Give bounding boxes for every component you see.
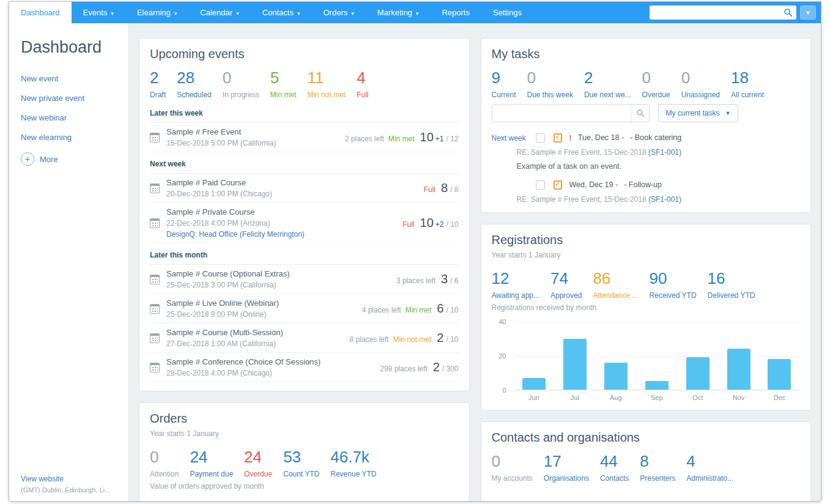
chart-bar-column xyxy=(759,322,800,390)
sidebar-more-button[interactable]: + More xyxy=(21,152,128,166)
chart-x-labels: JunJulAugSepOctNovDec xyxy=(514,394,801,401)
stat-label[interactable]: Scheduled xyxy=(177,91,212,99)
event-row[interactable]: Sample # Live Online (Webinar) 25-Dec-20… xyxy=(150,294,459,324)
search-options-button[interactable]: ▼ xyxy=(800,6,816,20)
sidebar-more-label: More xyxy=(40,155,58,164)
event-registration-summary: Full 8 / 8 xyxy=(413,181,459,195)
event-capacity: / 10 xyxy=(446,306,458,314)
event-title[interactable]: Sample # Course (Multi-Session) xyxy=(166,328,283,337)
task-row[interactable]: Next week ! Tue, Dec 18 - - Book caterin… xyxy=(492,126,801,143)
stat-label[interactable]: Administrato... xyxy=(686,474,733,483)
global-search-input[interactable] xyxy=(650,6,796,20)
nav-tab-orders[interactable]: Orders▾ xyxy=(312,2,366,23)
nav-search-area: ▼ xyxy=(650,2,821,23)
stat-label[interactable]: Overdue xyxy=(244,470,272,478)
event-row[interactable]: Sample # Conference (Choice Of Sessions)… xyxy=(150,353,459,382)
nav-tab-dashboard[interactable]: Dashboard xyxy=(9,2,72,23)
stat-value: 0 xyxy=(150,448,179,466)
event-status: Min not met xyxy=(393,335,432,344)
stat-label[interactable]: My accounts xyxy=(492,474,533,483)
stat-label[interactable]: In progress xyxy=(223,91,259,99)
task-title[interactable]: - Follow-up xyxy=(624,180,662,189)
stat-label[interactable]: Full xyxy=(357,91,368,99)
task-note: Example of a task on an event. xyxy=(517,162,801,171)
event-title[interactable]: Sample # Paid Course xyxy=(166,178,272,187)
plus-circle-icon: + xyxy=(21,152,34,166)
stat-label[interactable]: Organisations xyxy=(544,474,589,483)
calendar-icon xyxy=(150,304,160,314)
stat-due-this-week: 0Due this week xyxy=(527,69,573,99)
nav-tab-reports[interactable]: Reports xyxy=(430,2,481,23)
stat-label[interactable]: Approved xyxy=(550,291,582,300)
task-reference-link[interactable]: (SF1-001) xyxy=(648,148,681,157)
event-title[interactable]: Sample # Private Course xyxy=(166,207,305,217)
stat-revenue-ytd: 46.7kRevenue YTD xyxy=(330,448,376,478)
stat-label[interactable]: Awaiting app... xyxy=(492,291,540,300)
event-status: Min met xyxy=(388,135,415,143)
stat-label[interactable]: Due this week xyxy=(527,91,573,99)
task-filter-label: My current tasks xyxy=(666,109,720,117)
event-title[interactable]: Sample # Live Online (Webinar) xyxy=(166,298,279,308)
stat-label[interactable]: Attention xyxy=(150,470,179,478)
stat-label[interactable]: Min met xyxy=(270,91,297,99)
stat-label[interactable]: Delivered YTD xyxy=(708,291,755,300)
search-icon[interactable] xyxy=(784,8,793,17)
event-capacity: / 10 xyxy=(446,220,458,229)
input-divider xyxy=(631,105,631,122)
task-title[interactable]: - Book catering xyxy=(630,133,681,142)
sidebar-item-new-elearning[interactable]: New elearning xyxy=(21,133,128,142)
view-website-link[interactable]: View website xyxy=(21,475,124,483)
stat-label[interactable]: Min not met xyxy=(307,91,346,99)
sidebar-item-new-webinar[interactable]: New webinar xyxy=(21,113,128,122)
nav-tab-contacts[interactable]: Contacts▾ xyxy=(251,2,312,23)
event-row[interactable]: Sample # Course (Optional Extras) 25-Dec… xyxy=(150,265,459,294)
event-row[interactable]: Sample # Paid Course 20-Dec-2018 1:00 PM… xyxy=(150,174,459,203)
stat-label[interactable]: Unassigned xyxy=(681,91,720,99)
event-registration-count: 3 xyxy=(441,272,448,286)
chart-x-tick: Jul xyxy=(554,394,595,401)
stat-label[interactable]: Revenue YTD xyxy=(330,470,376,478)
stat-label[interactable]: Draft xyxy=(150,91,166,99)
event-venue-link[interactable]: DesignQ: Head Office (Felicity Merringto… xyxy=(166,230,305,239)
stat-label[interactable]: Contacts xyxy=(600,474,629,483)
chevron-down-icon: ▾ xyxy=(416,10,419,17)
event-title[interactable]: Sample # Course (Optional Extras) xyxy=(166,269,290,278)
sidebar-item-new-event[interactable]: New event xyxy=(21,74,128,83)
task-filter-dropdown[interactable]: My current tasks ▼ xyxy=(658,104,739,122)
stat-value: 44 xyxy=(600,452,629,470)
stat-label[interactable]: All current xyxy=(731,91,764,99)
task-reference-link[interactable]: (SF1-001) xyxy=(648,195,681,204)
sidebar-item-new-private-event[interactable]: New private event xyxy=(21,94,128,103)
stat-label[interactable]: Presenters xyxy=(640,474,675,483)
stat-label[interactable]: Payment due xyxy=(190,470,233,478)
nav-tab-elearning[interactable]: Elearning▾ xyxy=(125,2,188,23)
event-title[interactable]: Sample # Free Event xyxy=(166,127,276,136)
stat-label[interactable]: Attendance ... xyxy=(593,291,638,300)
nav-tab-calendar[interactable]: Calendar▾ xyxy=(188,2,250,23)
chart-y-tick: 40 xyxy=(498,318,506,325)
task-checkbox[interactable] xyxy=(536,133,545,143)
task-search-input[interactable] xyxy=(492,104,650,122)
card-title: My tasks xyxy=(492,47,801,61)
search-icon[interactable] xyxy=(636,109,645,117)
event-row[interactable]: Sample # Private Course 22-Dec-2018 4:00… xyxy=(150,203,459,243)
nav-tab-marketing[interactable]: Marketing▾ xyxy=(366,2,431,23)
chevron-down-icon: ▾ xyxy=(174,10,177,17)
event-row[interactable]: Sample # Free Event 15-Dec-2018 5:00 PM … xyxy=(150,123,459,152)
nav-tab-settings[interactable]: Settings xyxy=(481,2,533,23)
task-group-label[interactable]: Next week xyxy=(492,133,536,143)
task-row[interactable]: Wed, Dec 19 - - Follow-up xyxy=(492,173,801,190)
stat-label[interactable]: Overdue xyxy=(642,91,670,99)
chevron-down-icon: ▾ xyxy=(351,10,354,17)
stat-label[interactable]: Count YTD xyxy=(283,470,319,478)
nav-tab-label: Marketing xyxy=(377,8,412,17)
event-row[interactable]: Sample # Course (Multi-Session) 27-Dec-2… xyxy=(150,324,459,353)
nav-tab-events[interactable]: Events▾ xyxy=(72,2,125,23)
event-title[interactable]: Sample # Conference (Choice Of Sessions) xyxy=(166,357,321,366)
stat-label[interactable]: Received YTD xyxy=(649,291,696,300)
task-checkbox[interactable] xyxy=(536,180,545,190)
stat-label[interactable]: Due next we... xyxy=(584,91,631,99)
stat-value: 5 xyxy=(270,69,297,87)
stat-label[interactable]: Current xyxy=(492,91,516,99)
stat-value: 11 xyxy=(307,69,346,87)
